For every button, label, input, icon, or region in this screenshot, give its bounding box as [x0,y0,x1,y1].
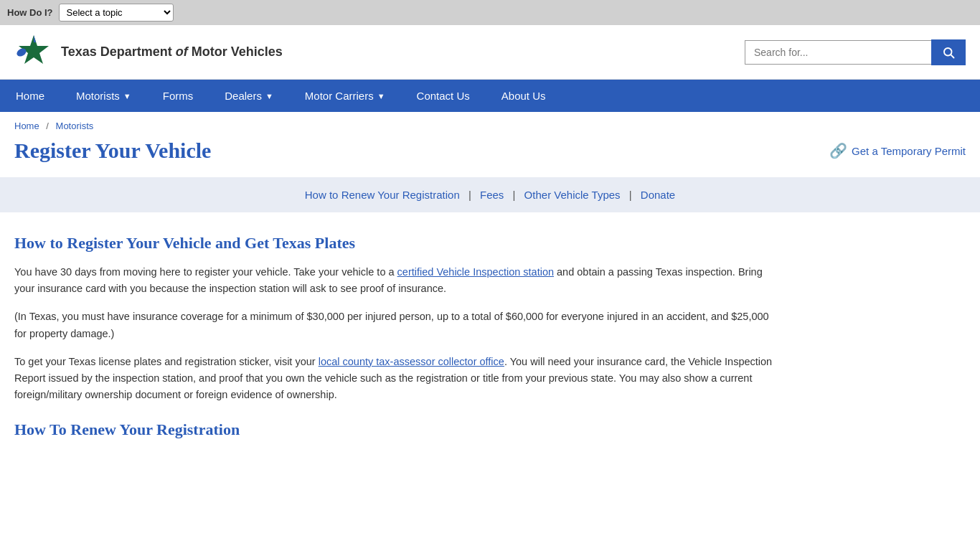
page-title-area: Register Your Vehicle 🔗 Get a Temporary … [0,136,980,177]
search-area [745,39,966,65]
search-button[interactable] [931,39,966,65]
header: Texas Department of Motor Vehicles [0,25,980,80]
logo-area: Texas Department of Motor Vehicles [14,32,283,72]
breadcrumb: Home / Motorists [0,112,980,136]
motor-carriers-arrow: ▼ [377,92,385,100]
nav-contact-us[interactable]: Contact Us [401,80,486,112]
inspection-station-link[interactable]: certified Vehicle Inspection station [397,266,554,278]
section-register-p1: You have 30 days from moving here to reg… [14,264,775,297]
main-nav: Home Motorists ▼ Forms Dealers ▼ Motor C… [0,80,980,112]
section-register: How to Register Your Vehicle and Get Tex… [14,234,775,403]
top-bar: How Do I? Select a topic [0,0,980,25]
section-register-title: How to Register Your Vehicle and Get Tex… [14,234,775,253]
subnav-renew-registration[interactable]: How to Renew Your Registration [305,189,460,201]
search-icon [942,46,955,59]
search-input[interactable] [745,40,931,65]
content-area: How to Register Your Vehicle and Get Tex… [0,212,789,478]
subnav-other-vehicle-types[interactable]: Other Vehicle Types [524,189,621,201]
tax-assessor-link[interactable]: local county tax-assessor collector offi… [319,356,504,367]
txdmv-logo [14,32,54,72]
link-icon: 🔗 [829,142,847,159]
nav-home[interactable]: Home [0,80,60,112]
temp-permit-label: Get a Temporary Permit [852,145,966,157]
subnav-fees[interactable]: Fees [480,189,504,201]
motorists-arrow: ▼ [123,92,131,100]
breadcrumb-sep: / [46,121,49,131]
temp-permit-link[interactable]: 🔗 Get a Temporary Permit [829,142,966,159]
nav-forms[interactable]: Forms [147,80,209,112]
nav-about-us[interactable]: About Us [486,80,562,112]
breadcrumb-current[interactable]: Motorists [56,121,94,131]
section-renew-title: How To Renew Your Registration [14,420,775,439]
section-register-p3: To get your Texas license plates and reg… [14,354,775,404]
how-do-i-label: How Do I? [7,7,53,18]
dealers-arrow: ▼ [265,92,273,100]
breadcrumb-home[interactable]: Home [14,121,39,131]
nav-motor-carriers[interactable]: Motor Carriers ▼ [289,80,401,112]
section-renew: How To Renew Your Registration [14,420,775,439]
subnav-donate[interactable]: Donate [641,189,675,201]
svg-line-4 [951,55,953,57]
sub-nav-sep-1: | [468,189,471,201]
logo-title: Texas Department of Motor Vehicles [61,44,283,60]
sub-nav-sep-2: | [513,189,516,201]
nav-dealers[interactable]: Dealers ▼ [209,80,289,112]
nav-motorists[interactable]: Motorists ▼ [60,80,147,112]
topic-select[interactable]: Select a topic [59,4,174,22]
section-register-p2: (In Texas, you must have insurance cover… [14,309,775,342]
page-title: Register Your Vehicle [14,138,211,163]
sub-nav: How to Renew Your Registration | Fees | … [0,177,980,212]
sub-nav-sep-3: | [629,189,632,201]
